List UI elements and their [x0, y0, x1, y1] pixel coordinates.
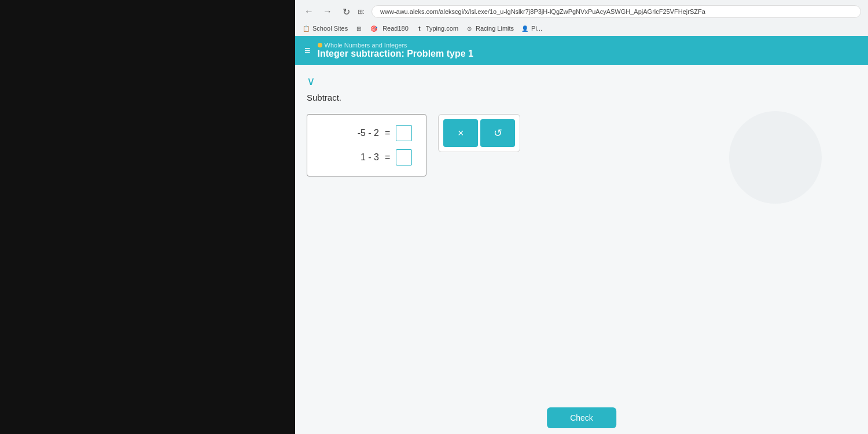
- bookmark-typing[interactable]: t Typing.com: [415, 24, 458, 32]
- racing-label: Racing Limits: [476, 25, 514, 32]
- bookmarks-bar: 📋 School Sites ⊞ 🎯 Read180 t Typing.com …: [302, 22, 861, 36]
- expression-1-text: -5 - 2: [358, 128, 379, 138]
- typing-label: Typing.com: [426, 25, 458, 32]
- answer-input-2[interactable]: [396, 149, 412, 165]
- bookmark-school-sites[interactable]: 📋 School Sites: [302, 24, 348, 32]
- pi-icon: 👤: [521, 24, 529, 32]
- read180-icon: 🎯: [370, 24, 378, 32]
- racing-icon: ⊙: [465, 24, 473, 32]
- clear-button[interactable]: ×: [443, 119, 478, 147]
- expression-1: -5 - 2: [321, 128, 379, 138]
- decorative-circle: [729, 111, 822, 204]
- topic-label: Whole Numbers and Integers: [325, 42, 407, 49]
- browser-window: ← → ↻ ⊞: www-awu.aleks.com/alekscgi/x/ls…: [295, 0, 868, 434]
- action-buttons-group: × ↺: [438, 114, 520, 152]
- chevron-down-icon[interactable]: ∨: [307, 74, 856, 88]
- math-problem-box: -5 - 2 = 1 - 3 =: [307, 114, 426, 176]
- expression-2: 1 - 3: [321, 152, 379, 163]
- forward-button[interactable]: →: [321, 5, 334, 19]
- aleks-container: ≡ Whole Numbers and Integers Integer sub…: [295, 36, 868, 434]
- clear-icon: ×: [458, 127, 464, 139]
- left-dark-panel: [0, 0, 295, 434]
- aleks-content-area: ∨ Subtract. -5 - 2 =: [295, 65, 868, 434]
- reset-icon: ↺: [494, 127, 502, 139]
- header-title: Integer subtraction: Problem type 1: [318, 49, 473, 59]
- header-text-block: Whole Numbers and Integers Integer subtr…: [318, 42, 473, 59]
- topic-dot-indicator: [318, 43, 322, 47]
- header-topic: Whole Numbers and Integers: [318, 42, 473, 49]
- math-row-2: 1 - 3 =: [321, 149, 412, 165]
- hamburger-icon[interactable]: ≡: [304, 45, 311, 57]
- aleks-header: ≡ Whole Numbers and Integers Integer sub…: [295, 36, 868, 65]
- grid-icon: ⊞: [355, 24, 363, 32]
- equals-1: =: [385, 128, 390, 138]
- address-text: www-awu.aleks.com/alekscgi/x/lsl.exe/1o_…: [380, 8, 705, 15]
- bookmark-grid[interactable]: ⊞: [355, 24, 363, 32]
- check-button[interactable]: Check: [547, 407, 616, 428]
- refresh-button[interactable]: ↻: [339, 5, 353, 19]
- address-bar[interactable]: www-awu.aleks.com/alekscgi/x/lsl.exe/1o_…: [372, 5, 861, 18]
- bottom-action-area: Check: [547, 407, 616, 428]
- bookmark-racing[interactable]: ⊙ Racing Limits: [465, 24, 514, 32]
- pi-label: Pi...: [531, 25, 542, 32]
- equals-2: =: [385, 152, 390, 163]
- answer-input-1[interactable]: [396, 125, 412, 141]
- reset-button[interactable]: ↺: [480, 119, 515, 147]
- bookmark-pi[interactable]: 👤 Pi...: [521, 24, 542, 32]
- school-sites-icon: 📋: [302, 24, 310, 32]
- math-row-1: -5 - 2 =: [321, 125, 412, 141]
- bookmark-read180[interactable]: 🎯 Read180: [370, 24, 409, 32]
- problem-instruction: Subtract.: [307, 93, 856, 102]
- back-button[interactable]: ←: [302, 5, 316, 19]
- read180-text: Read180: [382, 25, 409, 32]
- browser-nav-bar: ← → ↻ ⊞: www-awu.aleks.com/alekscgi/x/ls…: [302, 5, 861, 19]
- expression-2-text: 1 - 3: [361, 152, 379, 163]
- extension-icon: ⊞:: [358, 8, 365, 16]
- browser-chrome: ← → ↻ ⊞: www-awu.aleks.com/alekscgi/x/ls…: [295, 0, 868, 36]
- typing-icon: t: [415, 24, 424, 32]
- school-sites-label: School Sites: [312, 25, 348, 32]
